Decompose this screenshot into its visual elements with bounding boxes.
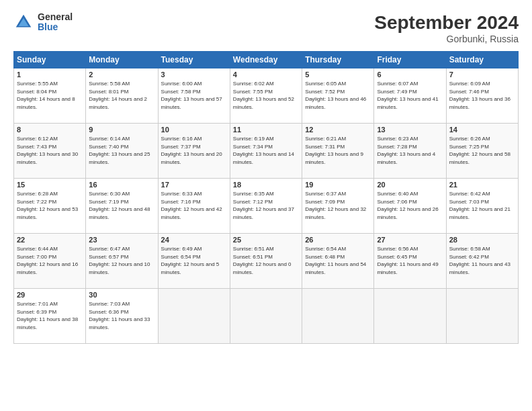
day-info: Sunrise: 6:47 AMSunset: 6:57 PMDaylight:… — [89, 245, 154, 276]
calendar-cell: 7 Sunrise: 6:09 AMSunset: 7:46 PMDayligh… — [446, 68, 518, 124]
day-info: Sunrise: 6:23 AMSunset: 7:28 PMDaylight:… — [377, 135, 443, 166]
calendar-cell: 20 Sunrise: 6:40 AMSunset: 7:06 PMDaylig… — [374, 179, 446, 234]
calendar-week-5: 29 Sunrise: 7:01 AMSunset: 6:39 PMDaylig… — [14, 289, 519, 344]
col-thursday: Thursday — [302, 52, 374, 68]
day-number: 14 — [449, 126, 515, 134]
day-number: 29 — [17, 291, 83, 299]
calendar-cell: 24 Sunrise: 6:49 AMSunset: 6:54 PMDaylig… — [158, 234, 230, 289]
calendar-cell — [374, 289, 446, 344]
day-info: Sunrise: 6:56 AMSunset: 6:45 PMDaylight:… — [377, 245, 443, 276]
month-title: September 2024 — [374, 12, 519, 34]
day-number: 17 — [161, 181, 227, 189]
day-number: 2 — [89, 71, 154, 79]
calendar-cell: 10 Sunrise: 6:16 AMSunset: 7:37 PMDaylig… — [158, 124, 230, 179]
calendar-cell: 25 Sunrise: 6:51 AMSunset: 6:51 PMDaylig… — [230, 234, 302, 289]
calendar-cell — [230, 289, 302, 344]
logo-text: General Blue — [38, 12, 73, 33]
day-number: 7 — [449, 71, 515, 79]
day-info: Sunrise: 7:01 AMSunset: 6:39 PMDaylight:… — [17, 300, 83, 331]
day-info: Sunrise: 6:35 AMSunset: 7:12 PMDaylight:… — [233, 190, 299, 221]
day-number: 3 — [161, 71, 227, 79]
calendar-cell: 8 Sunrise: 6:12 AMSunset: 7:43 PMDayligh… — [14, 124, 86, 179]
day-number: 5 — [305, 71, 371, 79]
col-saturday: Saturday — [446, 52, 518, 68]
calendar-cell: 11 Sunrise: 6:19 AMSunset: 7:34 PMDaylig… — [230, 124, 302, 179]
day-info: Sunrise: 6:02 AMSunset: 7:55 PMDaylight:… — [233, 80, 299, 111]
day-number: 26 — [305, 236, 371, 244]
day-number: 30 — [89, 291, 154, 299]
header: General Blue September 2024 Gorbunki, Ru… — [13, 12, 519, 44]
day-info: Sunrise: 6:05 AMSunset: 7:52 PMDaylight:… — [305, 80, 371, 111]
day-info: Sunrise: 6:44 AMSunset: 7:00 PMDaylight:… — [17, 245, 83, 276]
day-number: 10 — [161, 126, 227, 134]
calendar-cell: 2 Sunrise: 5:58 AMSunset: 8:01 PMDayligh… — [86, 68, 158, 124]
calendar-cell: 27 Sunrise: 6:56 AMSunset: 6:45 PMDaylig… — [374, 234, 446, 289]
day-info: Sunrise: 6:33 AMSunset: 7:16 PMDaylight:… — [161, 190, 227, 221]
header-row: Sunday Monday Tuesday Wednesday Thursday… — [14, 52, 519, 68]
day-number: 15 — [17, 181, 83, 189]
calendar-cell: 29 Sunrise: 7:01 AMSunset: 6:39 PMDaylig… — [14, 289, 86, 344]
calendar-cell: 30 Sunrise: 7:03 AMSunset: 6:36 PMDaylig… — [86, 289, 158, 344]
logo-general: General — [38, 12, 73, 22]
calendar-cell: 15 Sunrise: 6:28 AMSunset: 7:22 PMDaylig… — [14, 179, 86, 234]
day-info: Sunrise: 5:58 AMSunset: 8:01 PMDaylight:… — [89, 80, 154, 111]
day-number: 21 — [449, 181, 515, 189]
calendar-week-4: 22 Sunrise: 6:44 AMSunset: 7:00 PMDaylig… — [14, 234, 519, 289]
calendar-cell: 22 Sunrise: 6:44 AMSunset: 7:00 PMDaylig… — [14, 234, 86, 289]
calendar-cell — [302, 289, 374, 344]
day-info: Sunrise: 6:14 AMSunset: 7:40 PMDaylight:… — [89, 135, 154, 166]
day-info: Sunrise: 6:26 AMSunset: 7:25 PMDaylight:… — [449, 135, 515, 166]
calendar-cell: 9 Sunrise: 6:14 AMSunset: 7:40 PMDayligh… — [86, 124, 158, 179]
day-number: 8 — [17, 126, 83, 134]
day-info: Sunrise: 6:42 AMSunset: 7:03 PMDaylight:… — [449, 190, 515, 221]
col-friday: Friday — [374, 52, 446, 68]
col-wednesday: Wednesday — [230, 52, 302, 68]
calendar-week-1: 1 Sunrise: 5:55 AMSunset: 8:04 PMDayligh… — [14, 68, 519, 124]
calendar-cell: 21 Sunrise: 6:42 AMSunset: 7:03 PMDaylig… — [446, 179, 518, 234]
day-info: Sunrise: 6:40 AMSunset: 7:06 PMDaylight:… — [377, 190, 443, 221]
calendar-cell — [158, 289, 230, 344]
day-info: Sunrise: 7:03 AMSunset: 6:36 PMDaylight:… — [89, 300, 154, 331]
day-number: 12 — [305, 126, 371, 134]
col-monday: Monday — [86, 52, 158, 68]
day-number: 4 — [233, 71, 299, 79]
calendar-cell: 3 Sunrise: 6:00 AMSunset: 7:58 PMDayligh… — [158, 68, 230, 124]
day-info: Sunrise: 6:12 AMSunset: 7:43 PMDaylight:… — [17, 135, 83, 166]
calendar-cell: 4 Sunrise: 6:02 AMSunset: 7:55 PMDayligh… — [230, 68, 302, 124]
day-number: 24 — [161, 236, 227, 244]
page: General Blue September 2024 Gorbunki, Ru… — [0, 0, 532, 411]
day-info: Sunrise: 6:21 AMSunset: 7:31 PMDaylight:… — [305, 135, 371, 166]
day-number: 18 — [233, 181, 299, 189]
col-tuesday: Tuesday — [158, 52, 230, 68]
calendar-cell: 26 Sunrise: 6:54 AMSunset: 6:48 PMDaylig… — [302, 234, 374, 289]
title-area: September 2024 Gorbunki, Russia — [374, 12, 519, 44]
day-info: Sunrise: 6:58 AMSunset: 6:42 PMDaylight:… — [449, 245, 515, 276]
calendar-cell: 6 Sunrise: 6:07 AMSunset: 7:49 PMDayligh… — [374, 68, 446, 124]
calendar-cell: 18 Sunrise: 6:35 AMSunset: 7:12 PMDaylig… — [230, 179, 302, 234]
calendar-cell: 19 Sunrise: 6:37 AMSunset: 7:09 PMDaylig… — [302, 179, 374, 234]
day-number: 25 — [233, 236, 299, 244]
calendar-cell: 5 Sunrise: 6:05 AMSunset: 7:52 PMDayligh… — [302, 68, 374, 124]
day-info: Sunrise: 6:00 AMSunset: 7:58 PMDaylight:… — [161, 80, 227, 111]
calendar-cell: 12 Sunrise: 6:21 AMSunset: 7:31 PMDaylig… — [302, 124, 374, 179]
logo: General Blue — [13, 12, 73, 33]
logo-blue: Blue — [38, 22, 73, 32]
calendar-week-3: 15 Sunrise: 6:28 AMSunset: 7:22 PMDaylig… — [14, 179, 519, 234]
day-number: 19 — [305, 181, 371, 189]
calendar-cell: 14 Sunrise: 6:26 AMSunset: 7:25 PMDaylig… — [446, 124, 518, 179]
day-info: Sunrise: 6:49 AMSunset: 6:54 PMDaylight:… — [161, 245, 227, 276]
calendar-cell: 28 Sunrise: 6:58 AMSunset: 6:42 PMDaylig… — [446, 234, 518, 289]
calendar-cell: 17 Sunrise: 6:33 AMSunset: 7:16 PMDaylig… — [158, 179, 230, 234]
day-number: 16 — [89, 181, 154, 189]
day-info: Sunrise: 6:09 AMSunset: 7:46 PMDaylight:… — [449, 80, 515, 111]
day-info: Sunrise: 6:37 AMSunset: 7:09 PMDaylight:… — [305, 190, 371, 221]
calendar-cell — [446, 289, 518, 344]
day-number: 23 — [89, 236, 154, 244]
calendar-cell: 1 Sunrise: 5:55 AMSunset: 8:04 PMDayligh… — [14, 68, 86, 124]
calendar-cell: 16 Sunrise: 6:30 AMSunset: 7:19 PMDaylig… — [86, 179, 158, 234]
calendar-cell: 13 Sunrise: 6:23 AMSunset: 7:28 PMDaylig… — [374, 124, 446, 179]
day-info: Sunrise: 6:30 AMSunset: 7:19 PMDaylight:… — [89, 190, 154, 221]
day-number: 27 — [377, 236, 443, 244]
location: Gorbunki, Russia — [374, 34, 519, 44]
day-info: Sunrise: 6:51 AMSunset: 6:51 PMDaylight:… — [233, 245, 299, 276]
